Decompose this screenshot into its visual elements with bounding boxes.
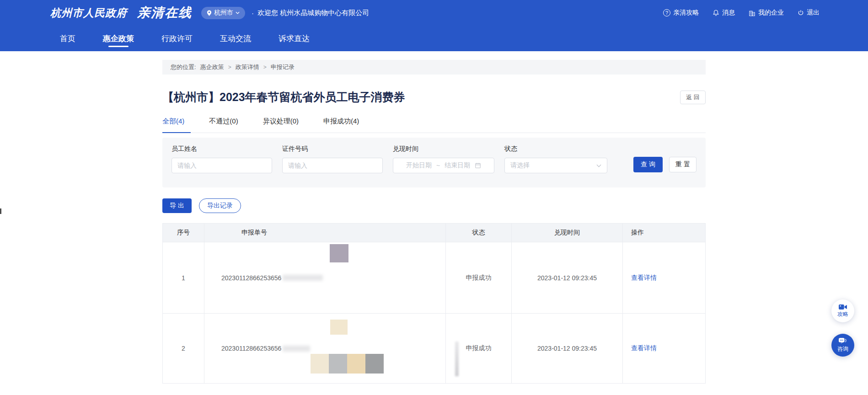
messages-link-label: 消息	[722, 9, 735, 17]
page-title: 【杭州市】2023年春节留杭省外员工电子消费券	[162, 90, 405, 105]
row-status: 申报成功	[446, 242, 512, 313]
view-detail-link[interactable]: 查看详情	[631, 274, 657, 282]
cert-number-label: 证件号码	[282, 145, 383, 153]
filter-employee-name: 员工姓名	[171, 145, 272, 180]
row-order-number: 20230112866253656	[204, 314, 446, 383]
gov-logo: 杭州市人民政府	[50, 6, 127, 20]
title-row: 【杭州市】2023年春节留杭省外员工电子消费券 返 回	[162, 90, 706, 105]
col-action-header: 操作	[623, 224, 704, 242]
my-enterprise-link[interactable]: 我的企业	[749, 9, 784, 17]
calendar-icon	[475, 162, 481, 169]
filter-redeem-time: 兑现时间 开始日期 ~ 结束日期	[393, 145, 494, 180]
power-icon	[798, 10, 804, 16]
breadcrumb: 您的位置: 惠企政策 > 政策详情 > 申报记录	[162, 60, 706, 75]
nav-item-admin-license[interactable]: 行政许可	[161, 26, 193, 51]
back-button[interactable]: 返 回	[680, 91, 706, 104]
screen-edge-artifact	[0, 208, 1, 214]
building-icon	[749, 10, 755, 16]
redacted-blur	[283, 275, 323, 281]
welcome-company: 欢迎您 杭州水晶城购物中心有限公司	[257, 9, 369, 17]
table-header: 序号 申报单号 状态 兑现时间 操作	[163, 224, 705, 242]
col-order-header: 申报单号	[204, 224, 446, 242]
filter-cert-number: 证件号码	[282, 145, 383, 180]
col-time-header: 兑现时间	[512, 224, 623, 242]
filter-buttons: 查 询 重 置	[633, 157, 697, 172]
chat-icon	[839, 338, 847, 345]
messages-link[interactable]: 消息	[713, 9, 735, 17]
nav-item-enterprise-policy[interactable]: 惠企政策	[103, 26, 134, 51]
filter-panel: 员工姓名 证件号码 兑现时间 开始日期 ~ 结束日期 状态 请选择 查 询	[162, 138, 706, 187]
search-button[interactable]: 查 询	[633, 157, 663, 172]
nav-item-appeal[interactable]: 诉求直达	[279, 26, 310, 51]
end-date-placeholder: 结束日期	[445, 161, 470, 170]
employee-name-input[interactable]	[171, 158, 272, 173]
video-camera-icon	[839, 304, 847, 310]
nav-item-home[interactable]: 首页	[60, 26, 75, 51]
top-bar: 杭州市人民政府 亲清在线 杭州市 · 欢迎您 杭州水晶城购物中心有限公司 ? 亲…	[0, 0, 868, 26]
status-label: 状态	[504, 145, 607, 153]
export-button[interactable]: 导 出	[162, 198, 192, 213]
welcome-dot: ·	[252, 9, 254, 17]
redacted-blur	[283, 346, 310, 352]
chevron-down-icon	[596, 164, 601, 167]
breadcrumb-item-policy[interactable]: 惠企政策	[200, 63, 224, 71]
row-order-number: 20230112866253656	[204, 242, 446, 313]
nav-item-interaction[interactable]: 互动交流	[220, 26, 251, 51]
breadcrumb-item-policy-detail[interactable]: 政策详情	[236, 63, 259, 71]
reset-button[interactable]: 重 置	[669, 157, 697, 172]
status-tabs: 全部(4) 不通过(0) 异议处理(0) 申报成功(4)	[162, 117, 706, 133]
breadcrumb-prefix: 您的位置:	[171, 63, 196, 71]
row-status: 申报成功	[446, 314, 512, 383]
records-table: 序号 申报单号 状态 兑现时间 操作 1 20230112866253656 申…	[162, 223, 706, 384]
table-row: 1 20230112866253656 申报成功 2023-01-12 09:2…	[163, 242, 705, 313]
col-index-header: 序号	[163, 224, 204, 242]
location-selector[interactable]: 杭州市	[201, 7, 245, 19]
export-toolbar: 导 出 导出记录	[162, 198, 706, 213]
top-links: ? 亲清攻略 消息 我的企业 退出	[663, 9, 820, 17]
row-redeem-time: 2023-01-12 09:23:45	[512, 242, 623, 313]
tab-objection[interactable]: 异议处理(0)	[263, 117, 299, 133]
breadcrumb-separator: >	[263, 64, 267, 70]
brand-logo: 亲清在线	[137, 4, 192, 21]
logout-link[interactable]: 退出	[798, 9, 820, 17]
breadcrumb-item-declare-records[interactable]: 申报记录	[271, 63, 295, 71]
employee-name-label: 员工姓名	[171, 145, 272, 153]
row-redeem-time: 2023-01-12 09:23:45	[512, 314, 623, 383]
chevron-down-icon	[236, 11, 240, 14]
welcome-text: · 欢迎您 杭州水晶城购物中心有限公司	[252, 9, 369, 17]
date-range-separator: ~	[436, 162, 440, 169]
cert-number-input[interactable]	[282, 158, 383, 173]
tab-rejected[interactable]: 不通过(0)	[209, 117, 238, 133]
location-pin-icon	[207, 10, 212, 16]
filter-status: 状态 请选择	[504, 145, 607, 180]
table-row: 2 20230112866253656 申报成功 2023-01-12 09:2…	[163, 313, 705, 384]
consult-float-label: 咨询	[837, 345, 848, 353]
my-enterprise-link-label: 我的企业	[758, 9, 784, 17]
date-range-picker[interactable]: 开始日期 ~ 结束日期	[393, 158, 494, 173]
status-select[interactable]: 请选择	[504, 158, 607, 173]
export-records-button[interactable]: 导出记录	[199, 198, 241, 213]
tab-success[interactable]: 申报成功(4)	[323, 117, 359, 133]
tab-all[interactable]: 全部(4)	[162, 117, 184, 133]
main-nav: 首页 惠企政策 行政许可 互动交流 诉求直达	[0, 26, 868, 51]
guide-float-label: 攻略	[837, 310, 848, 318]
start-date-placeholder: 开始日期	[406, 161, 432, 170]
guide-link-label: 亲清攻略	[673, 9, 699, 17]
breadcrumb-separator: >	[228, 64, 231, 70]
question-circle-icon: ?	[663, 9, 670, 16]
redeem-time-label: 兑现时间	[393, 145, 494, 153]
bell-icon	[713, 9, 719, 16]
col-status-header: 状态	[446, 224, 512, 242]
view-detail-link[interactable]: 查看详情	[631, 344, 657, 352]
guide-float-button[interactable]: 攻略	[831, 299, 854, 322]
row-index: 1	[163, 242, 204, 313]
location-label: 杭州市	[214, 9, 233, 17]
row-index: 2	[163, 314, 204, 383]
logout-link-label: 退出	[807, 9, 820, 17]
guide-link[interactable]: ? 亲清攻略	[663, 9, 699, 17]
status-select-placeholder: 请选择	[510, 161, 530, 170]
consult-float-button[interactable]: 咨询	[831, 334, 854, 357]
